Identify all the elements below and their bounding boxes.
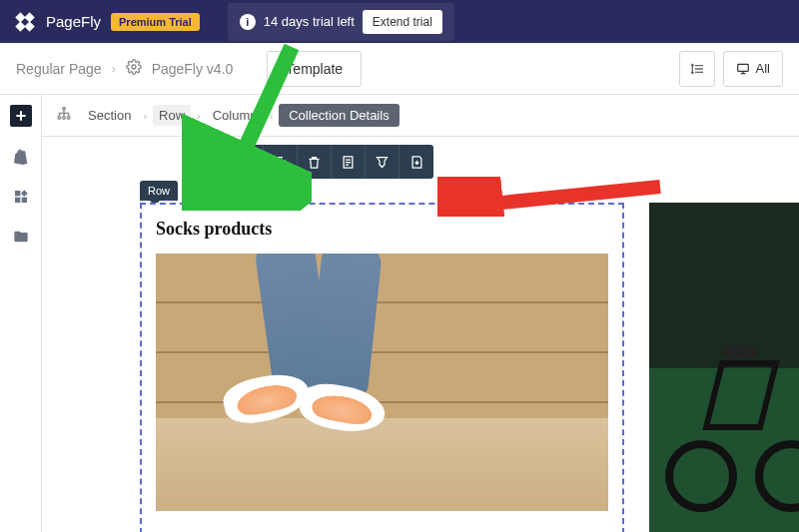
- secondary-image[interactable]: [649, 203, 799, 532]
- svg-point-10: [63, 107, 66, 110]
- svg-rect-14: [278, 160, 286, 168]
- collection-title[interactable]: Socks products: [156, 219, 608, 240]
- collection-image[interactable]: [156, 254, 608, 511]
- chevron-right-icon: ›: [197, 110, 201, 122]
- path-row[interactable]: Row: [153, 105, 191, 126]
- apps-icon[interactable]: [11, 187, 31, 207]
- template-wrap: Template: [267, 51, 362, 87]
- tree-icon[interactable]: [56, 106, 72, 126]
- svg-rect-2: [15, 21, 25, 31]
- svg-point-11: [58, 116, 61, 119]
- sub-bar: Regular Page › PageFly v4.0 Template All: [0, 43, 799, 95]
- svg-marker-8: [21, 190, 28, 197]
- gear-icon[interactable]: [126, 59, 142, 79]
- chevron-right-icon: ›: [112, 62, 116, 76]
- delete-icon[interactable]: [298, 145, 332, 179]
- element-toolbar: [230, 145, 433, 179]
- shopify-icon[interactable]: [11, 147, 31, 167]
- element-path-bar: Section › Row › Column › Collection Deta…: [42, 95, 799, 137]
- row-element[interactable]: Socks products: [140, 203, 624, 532]
- path-collection-details[interactable]: Collection Details: [279, 104, 399, 127]
- line-height-button[interactable]: [679, 51, 715, 87]
- svg-rect-1: [24, 12, 34, 22]
- chevron-right-icon: ›: [270, 110, 274, 122]
- breadcrumb-page-name[interactable]: PageFly v4.0: [152, 61, 234, 77]
- body: Section › Row › Column › Collection Deta…: [0, 95, 799, 532]
- template-button[interactable]: Template: [267, 51, 362, 87]
- path-column[interactable]: Column: [207, 105, 264, 126]
- move-icon[interactable]: [230, 145, 264, 179]
- svg-point-13: [67, 116, 70, 119]
- duplicate-icon[interactable]: [264, 145, 298, 179]
- top-bar: PageFly Premium Trial i 14 days trial le…: [0, 0, 799, 43]
- visibility-icon[interactable]: [366, 145, 400, 179]
- svg-rect-6: [15, 191, 20, 196]
- svg-point-4: [132, 65, 136, 69]
- path-section[interactable]: Section: [82, 105, 137, 126]
- breadcrumb-page-type[interactable]: Regular Page: [16, 61, 102, 77]
- exercise-bike: [661, 310, 799, 520]
- brand-name: PageFly: [46, 13, 101, 30]
- copy-style-icon[interactable]: [332, 145, 366, 179]
- pagefly-logo-icon: [14, 11, 36, 33]
- viewport-all-label: All: [756, 61, 770, 76]
- subbar-right: All: [679, 51, 783, 87]
- main-area: Section › Row › Column › Collection Deta…: [42, 95, 799, 532]
- chevron-right-icon: ›: [143, 110, 147, 122]
- canvas: Row Socks products: [42, 137, 799, 147]
- image-floor: [156, 418, 608, 511]
- viewport-all-button[interactable]: All: [723, 51, 783, 87]
- sidebar: [0, 95, 42, 532]
- info-icon: i: [240, 14, 256, 30]
- svg-rect-3: [24, 21, 34, 31]
- folder-icon[interactable]: [11, 227, 31, 247]
- svg-point-12: [63, 116, 66, 119]
- extend-trial-button[interactable]: Extend trial: [363, 10, 442, 34]
- row-selection-label: Row: [140, 181, 178, 201]
- svg-rect-0: [15, 12, 25, 22]
- save-block-icon[interactable]: [400, 145, 433, 179]
- trial-badge: Premium Trial: [111, 13, 200, 31]
- trial-text: 14 days trial left: [264, 14, 355, 29]
- trial-info: i 14 days trial left Extend trial: [228, 3, 454, 41]
- svg-rect-9: [15, 198, 20, 203]
- svg-rect-7: [21, 198, 26, 203]
- add-element-button[interactable]: [10, 105, 32, 127]
- svg-rect-5: [737, 64, 748, 71]
